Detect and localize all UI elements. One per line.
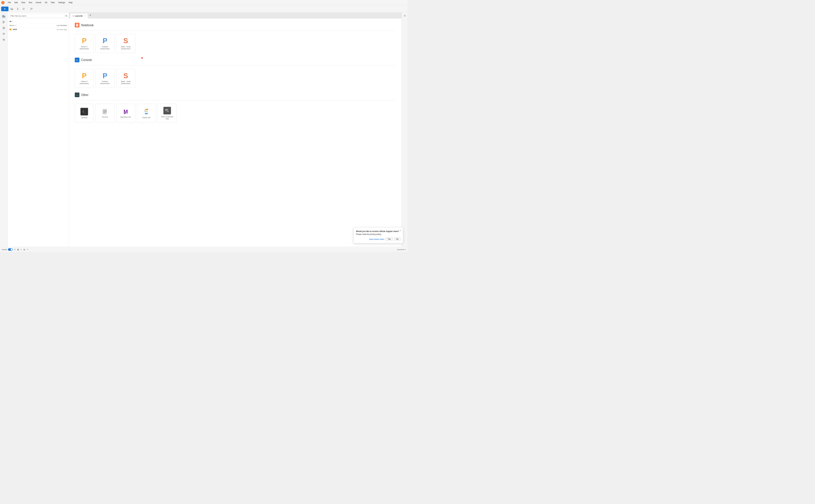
other-section: Other $_ Terminal [75, 93, 396, 123]
git-icon [30, 8, 33, 10]
app-logo: J [1, 1, 5, 4]
status-left: Simple 0 ▦ 1 ⚙ ⑂ [2, 248, 394, 251]
column-name-header[interactable]: Name [9, 24, 44, 26]
console-card-grid: P Python 3 (Kubernetes) P PySpark (Kuber… [75, 69, 396, 88]
launcher-panel: Notebook P Python 3 (Kubernetes) P PySpa… [69, 18, 402, 247]
launcher-card-spark-scala-k8s-nb[interactable]: S Spark - Scala (Kubernetes) [116, 34, 135, 53]
menu-edit[interactable]: Edit [13, 1, 19, 4]
svg-rect-38 [167, 111, 169, 112]
file-name: work [13, 28, 44, 31]
launcher-card-spark-scala-k8s-con[interactable]: S Spark - Scala (Kubernetes) [116, 69, 135, 88]
card-label-spark-scala-k8s-con: Spark - Scala (Kubernetes) [121, 80, 130, 84]
other-divider [75, 100, 396, 100]
menu-file[interactable]: File [6, 1, 12, 4]
refresh-icon [22, 8, 25, 10]
svg-point-10 [3, 23, 4, 24]
notebook-section-label: Notebook [81, 23, 94, 27]
sidebar-item-commands[interactable] [1, 31, 6, 36]
plus-icon: + [4, 7, 6, 11]
popup-close-button[interactable]: × [400, 229, 401, 232]
console-section-label: Console [81, 58, 92, 62]
upload-button[interactable] [15, 6, 20, 11]
tab-close-button[interactable]: × [85, 15, 86, 17]
tab-launcher[interactable]: ⊘ Launcher × [70, 13, 88, 18]
git-status-icon: ⑂ [27, 248, 28, 251]
launcher-card-contextual-help[interactable]: Show Contextual Help [158, 104, 177, 123]
notification-no-button[interactable]: No [394, 237, 400, 241]
search-input[interactable] [9, 14, 65, 18]
file-list-header: Name Last Modified [8, 23, 69, 27]
launcher-card-pyspark-k8s-nb[interactable]: P PySpark (Kubernetes) [95, 34, 114, 53]
column-modified-header[interactable]: Last Modified [44, 24, 67, 26]
file-browser: / Name Last Modified work 21 hours ago [8, 13, 69, 247]
breadcrumb-path: / [12, 20, 13, 22]
settings-icon[interactable] [403, 14, 407, 18]
svg-point-31 [147, 114, 147, 114]
svg-point-9 [3, 21, 4, 22]
svg-point-30 [145, 109, 146, 110]
launcher-card-terminal[interactable]: $_ Terminal [75, 104, 94, 123]
other-section-icon [75, 93, 79, 97]
card-label-python-file: Python File [142, 116, 151, 118]
kernel-count: 0 [14, 248, 15, 250]
left-sidebar [0, 13, 8, 247]
python-blue-icon-con: P [102, 72, 107, 79]
svg-rect-8 [3, 16, 5, 18]
table-row[interactable]: work 21 hours ago [8, 27, 69, 32]
mode-toggle-switch[interactable] [8, 248, 13, 251]
notification-yes-button[interactable]: Yes [386, 237, 393, 241]
terminal-count: 1 [20, 248, 21, 250]
upload-icon [16, 8, 19, 10]
python-orange-icon-con: P [82, 72, 86, 79]
sidebar-item-git[interactable] [1, 20, 6, 25]
card-label-py3-k8s-con: Python 3 (Kubernetes) [80, 80, 89, 84]
svg-line-20 [67, 16, 67, 17]
launcher-card-text-file[interactable]: Text File [95, 104, 114, 123]
launcher-card-py3-k8s-con[interactable]: P Python 3 (Kubernetes) [75, 69, 94, 88]
notebook-section: Notebook P Python 3 (Kubernetes) P PySpa… [75, 23, 396, 53]
settings-gear-button[interactable]: ⚙ [23, 248, 25, 251]
refresh-button[interactable] [21, 6, 26, 11]
menu-tabs[interactable]: Tabs [49, 1, 56, 4]
simple-mode-toggle: Simple [2, 248, 13, 251]
launcher-card-py3-k8s-nb[interactable]: P Python 3 (Kubernetes) [75, 34, 94, 53]
card-label-text-file: Text File [102, 116, 108, 118]
svg-point-41 [404, 15, 405, 16]
launcher-card-markdown[interactable]: M Markdown File [116, 104, 135, 123]
file-list: work 21 hours ago [8, 27, 69, 247]
git-button[interactable] [29, 6, 34, 11]
folder-icon [9, 20, 11, 22]
tab-label: Launcher [75, 15, 83, 17]
svg-point-5 [31, 9, 31, 10]
spark-s-icon: S [123, 37, 128, 44]
card-label-terminal: Terminal [81, 116, 87, 118]
other-section-label: Other [81, 93, 88, 97]
svg-point-4 [31, 8, 31, 8]
search-button[interactable] [65, 15, 68, 17]
launcher-card-pyspark-k8s-con[interactable]: P PySpark (Kubernetes) [95, 69, 114, 88]
card-label-py3-k8s-nb: Python 3 (Kubernetes) [80, 46, 89, 50]
sidebar-item-files[interactable] [1, 14, 6, 19]
sidebar-item-extensions[interactable] [1, 37, 6, 42]
other-card-grid: $_ Terminal [75, 104, 396, 123]
markdown-icon: M [123, 108, 129, 115]
new-launcher-button[interactable]: + [1, 6, 8, 11]
notebook-card-grid: P Python 3 (Kubernetes) P PySpark (Kuber… [75, 34, 396, 53]
notification-actions: Open privacy policy Yes No [356, 237, 400, 241]
menu-kernel[interactable]: Kernel [34, 1, 43, 4]
menu-view[interactable]: View [20, 1, 27, 4]
menu-settings[interactable]: Settings [57, 1, 66, 4]
new-folder-button[interactable] [9, 6, 14, 11]
launcher-card-python-file[interactable]: Python File [137, 104, 156, 123]
new-tab-button[interactable]: + [88, 14, 92, 17]
menu-run[interactable]: Run [27, 1, 34, 4]
python-file-icon [143, 108, 150, 115]
toolbar-separator [27, 7, 28, 11]
menu-git[interactable]: Git [43, 1, 48, 4]
contextual-help-icon [163, 107, 171, 114]
notebook-section-header: Notebook [75, 23, 396, 27]
privacy-policy-link[interactable]: Open privacy policy [369, 237, 384, 241]
menu-help[interactable]: Help [67, 1, 74, 4]
sidebar-item-running[interactable] [1, 25, 6, 31]
other-section-header: Other [75, 93, 396, 97]
